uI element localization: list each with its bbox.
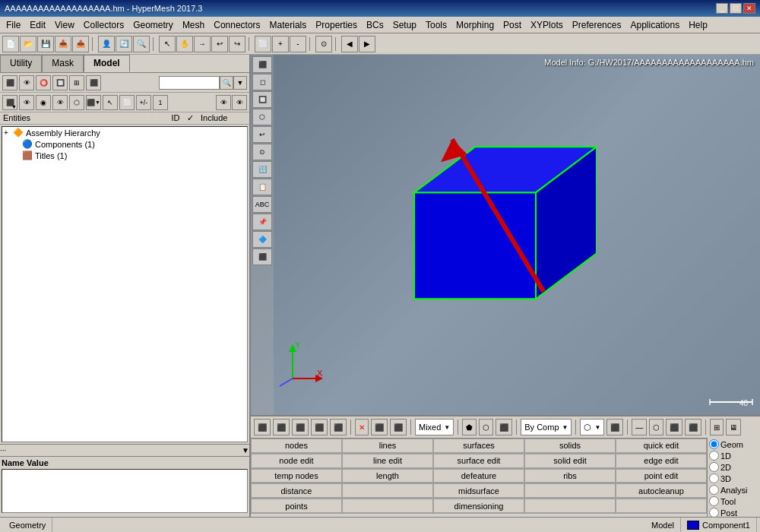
vb-btn-3[interactable]: ⬛ bbox=[292, 419, 309, 435]
radio-2d[interactable]: 2D bbox=[709, 462, 758, 472]
func-defeature[interactable]: defeature bbox=[433, 469, 524, 483]
func-solid-edit[interactable]: solid edit bbox=[524, 454, 616, 468]
surface-btn[interactable]: ⬡ bbox=[479, 419, 493, 435]
search-input[interactable] bbox=[159, 76, 220, 90]
menu-help[interactable]: Help bbox=[684, 18, 712, 32]
solid-btn[interactable]: ⬛ bbox=[496, 419, 512, 435]
import-btn[interactable]: 📥 bbox=[55, 36, 71, 52]
search-button[interactable]: 🔍 bbox=[220, 76, 233, 90]
orbit-btn[interactable]: ⊙ bbox=[315, 36, 332, 52]
monitor-btn[interactable]: 🖥 bbox=[726, 419, 741, 435]
vb-btn-4[interactable]: ⬛ bbox=[311, 419, 328, 435]
tree-item-titles[interactable]: 🟫 Titles (1) bbox=[2, 150, 247, 161]
vp-btn-7[interactable]: 🔢 bbox=[252, 161, 272, 178]
vp-btn-4[interactable]: ⬡ bbox=[252, 109, 272, 125]
menu-morphing[interactable]: Morphing bbox=[451, 18, 499, 32]
vp-btn-2[interactable]: ◻ bbox=[252, 74, 272, 90]
vb-btn-7[interactable]: ⬛ bbox=[390, 419, 407, 435]
func-autocleanup[interactable]: autocleanup bbox=[616, 483, 707, 498]
view-btn-5[interactable]: ⬡ bbox=[69, 95, 84, 110]
vp-btn-12[interactable]: ⬛ bbox=[252, 249, 272, 265]
func-length[interactable]: length bbox=[342, 469, 433, 483]
radio-1d-input[interactable] bbox=[709, 451, 719, 461]
vp-btn-1[interactable]: ⬛ bbox=[252, 56, 272, 73]
menu-geometry[interactable]: Geometry bbox=[128, 18, 178, 32]
vp-btn-10[interactable]: 📌 bbox=[252, 214, 272, 230]
maximize-button[interactable]: □ bbox=[730, 3, 742, 14]
vp-btn-11[interactable]: 🔷 bbox=[252, 231, 272, 248]
lasso-btn[interactable]: ⬟ bbox=[462, 419, 477, 435]
person-btn[interactable]: 👤 bbox=[98, 36, 115, 52]
entity-tree[interactable]: + 🔶 Assembly Hierarchy 🔵 Components (1) … bbox=[2, 126, 248, 442]
expand-icon-assembly[interactable]: + bbox=[4, 128, 13, 137]
arrow-btn[interactable]: → bbox=[194, 36, 211, 52]
func-distance[interactable]: distance bbox=[251, 483, 342, 498]
radio-geom-input[interactable] bbox=[709, 439, 719, 449]
view-btn-2[interactable]: 👁 bbox=[19, 95, 34, 110]
view-btn-1[interactable]: ⬛ ▼ bbox=[2, 95, 17, 110]
menu-post[interactable]: Post bbox=[499, 18, 526, 32]
menu-preferences[interactable]: Preferences bbox=[568, 18, 626, 32]
rotate-btn[interactable]: 🔄 bbox=[116, 36, 132, 52]
export-btn[interactable]: 📤 bbox=[72, 36, 89, 52]
radio-tool-input[interactable] bbox=[709, 496, 719, 506]
view-btn-8[interactable]: 1 bbox=[153, 95, 168, 110]
zoom-out-btn[interactable]: - bbox=[290, 36, 306, 52]
panel-btn-2[interactable]: 👁 bbox=[19, 75, 34, 90]
tree-item-assembly[interactable]: + 🔶 Assembly Hierarchy bbox=[2, 127, 247, 138]
panel-btn-1[interactable]: ⬛ bbox=[2, 75, 17, 90]
render-btn-2[interactable]: ⬛ bbox=[606, 419, 623, 435]
func-nodes[interactable]: nodes bbox=[251, 439, 342, 453]
vb-btn-5[interactable]: ⬛ bbox=[330, 419, 347, 435]
redo-btn[interactable]: ↪ bbox=[229, 36, 245, 52]
radio-1d[interactable]: 1D bbox=[709, 451, 758, 461]
panel-btn-3[interactable]: ⭕ bbox=[36, 75, 51, 90]
func-line-edit[interactable]: line edit bbox=[342, 454, 433, 468]
view-btn-3[interactable]: ◉ bbox=[36, 95, 51, 110]
tab-utility[interactable]: Utility bbox=[0, 55, 42, 72]
func-temp-nodes[interactable]: temp nodes bbox=[251, 469, 342, 483]
panel-btn-5[interactable]: ⊞ bbox=[69, 75, 84, 90]
menu-tools[interactable]: Tools bbox=[421, 18, 451, 32]
func-surface-edit[interactable]: surface edit bbox=[433, 454, 524, 468]
eye-btn-1[interactable]: 👁 bbox=[216, 95, 231, 110]
tab-mask[interactable]: Mask bbox=[42, 55, 84, 72]
func-midsurface[interactable]: midsurface bbox=[433, 483, 524, 498]
radio-2d-input[interactable] bbox=[709, 462, 719, 472]
zoom-in-btn[interactable]: + bbox=[272, 36, 289, 52]
close-button[interactable]: ✕ bbox=[743, 3, 755, 14]
save-btn[interactable]: 💾 bbox=[37, 36, 54, 52]
menu-materials[interactable]: Materials bbox=[265, 18, 312, 32]
func-node-edit[interactable]: node edit bbox=[251, 454, 342, 468]
radio-geom[interactable]: Geom bbox=[709, 439, 758, 449]
vb-btn-6[interactable]: ⬛ bbox=[371, 419, 388, 435]
panel-scroll[interactable]: ··· ▼ bbox=[0, 444, 249, 456]
open-btn[interactable]: 📂 bbox=[20, 36, 36, 52]
scroll-down-btn[interactable]: ▼ bbox=[242, 446, 249, 454]
zoom-btn[interactable]: 🔍 bbox=[133, 36, 150, 52]
viewport-3d[interactable]: Model Info: G:/HW2017/AAAAAAAAAAAAAAAAAA… bbox=[251, 55, 760, 415]
vp-btn-8[interactable]: 📋 bbox=[252, 179, 272, 195]
func-edge-edit[interactable]: edge edit bbox=[616, 454, 707, 468]
menu-bcs[interactable]: BCs bbox=[362, 18, 388, 32]
pan-btn[interactable]: ✋ bbox=[176, 36, 193, 52]
grid-btn[interactable]: ⊞ bbox=[710, 419, 724, 435]
menu-file[interactable]: File bbox=[2, 18, 25, 32]
vb-btn-1[interactable]: ⬛ bbox=[254, 419, 271, 435]
func-dimensioning[interactable]: dimensioning bbox=[433, 499, 524, 513]
func-lines[interactable]: lines bbox=[342, 439, 433, 453]
tree-item-components[interactable]: 🔵 Components (1) bbox=[2, 138, 247, 150]
minimize-button[interactable]: _ bbox=[716, 3, 728, 14]
render-dropdown[interactable]: ⬡ bbox=[580, 419, 604, 435]
vp-btn-5[interactable]: ↩ bbox=[252, 126, 272, 143]
menu-mesh[interactable]: Mesh bbox=[178, 18, 209, 32]
vp-btn-6[interactable]: ⊙ bbox=[252, 144, 272, 160]
window-controls[interactable]: _ □ ✕ bbox=[716, 3, 755, 14]
vb-btn-2[interactable]: ⬛ bbox=[273, 419, 290, 435]
line-btn[interactable]: — bbox=[632, 419, 647, 435]
select-btn[interactable]: ↖ bbox=[159, 36, 176, 52]
menu-applications[interactable]: Applications bbox=[625, 18, 684, 32]
bycomp-dropdown[interactable]: By Comp bbox=[521, 419, 572, 435]
tab-model[interactable]: Model bbox=[84, 55, 130, 72]
plusminus-btn[interactable]: +/- bbox=[136, 95, 151, 110]
